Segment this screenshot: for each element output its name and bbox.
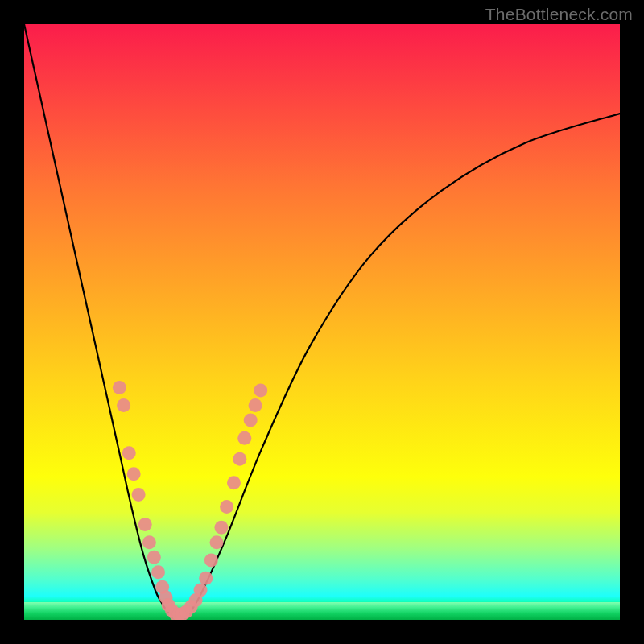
marker-dot	[138, 518, 152, 531]
marker-dot	[127, 467, 141, 481]
marker-dot	[204, 554, 218, 568]
marker-dot	[220, 500, 233, 514]
marker-dot	[244, 414, 258, 427]
chart-container: TheBottleneck.com	[0, 0, 644, 644]
marker-dot	[194, 584, 208, 597]
watermark-label: TheBottleneck.com	[485, 5, 633, 24]
marker-group	[113, 381, 267, 620]
bottleneck-curve	[24, 24, 620, 617]
marker-dot	[199, 572, 213, 585]
marker-dot	[142, 535, 156, 549]
marker-dot	[249, 398, 262, 412]
marker-dot	[210, 535, 224, 549]
marker-dot	[151, 565, 165, 579]
marker-dot	[113, 381, 126, 394]
marker-dot	[237, 431, 251, 445]
marker-dot	[214, 521, 228, 535]
chart-svg	[24, 24, 620, 620]
marker-dot	[132, 488, 146, 502]
marker-dot	[147, 551, 161, 564]
marker-dot	[117, 398, 130, 412]
plot-area	[24, 24, 620, 620]
marker-dot	[254, 384, 267, 398]
marker-dot	[122, 446, 136, 460]
marker-dot	[233, 452, 246, 466]
marker-dot	[227, 476, 241, 489]
